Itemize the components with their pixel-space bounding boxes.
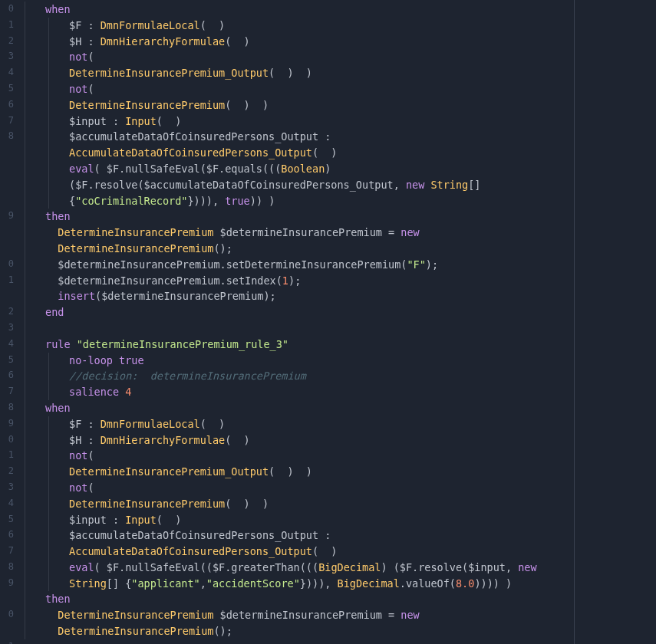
code-line[interactable]: $determineInsurancePremium.setIndex(1); [21, 273, 656, 289]
code-line[interactable]: then [21, 209, 656, 225]
line-number: 2 [0, 304, 18, 320]
line-number: 4 [0, 496, 18, 512]
code-line[interactable]: when [21, 2, 656, 18]
line-number: 2 [0, 464, 18, 480]
code-line[interactable]: $determineInsurancePremium.setDetermineI… [21, 257, 656, 273]
line-number [0, 177, 18, 193]
line-number [0, 241, 18, 257]
code-line[interactable]: $input : Input( ) [21, 113, 656, 130]
code-line[interactable]: not( [21, 81, 656, 97]
line-number: 6 [0, 97, 18, 113]
line-number: 1 [0, 448, 18, 464]
code-line[interactable]: $F : DmnFormulaeLocal( ) [21, 18, 656, 34]
line-number: 7 [0, 544, 18, 560]
code-line[interactable]: //decision: determineInsurancePremium [21, 368, 656, 384]
line-number: 3 [0, 480, 18, 496]
line-number: 9 [0, 416, 18, 432]
code-line[interactable]: {"coCriminalRecord"}))), true)) ) [21, 193, 656, 209]
line-number [0, 145, 18, 161]
line-number: 4 [0, 337, 18, 353]
code-line[interactable]: then [21, 591, 656, 607]
line-number: 2 [0, 34, 18, 50]
code-line[interactable]: AccumulateDataOfCoinsuredPersons_Output(… [21, 145, 656, 161]
code-line[interactable]: $accumulateDataOfCoinsuredPersons_Output… [21, 129, 656, 145]
code-line[interactable]: DetermineInsurancePremium( ) ) [21, 97, 656, 113]
code-line[interactable]: DetermineInsurancePremium $determineInsu… [21, 225, 656, 241]
code-editor[interactable]: 012345678901234567890123456789012 when$F… [0, 0, 656, 644]
line-number: 1 [0, 639, 18, 644]
line-number: 7 [0, 113, 18, 130]
line-number [0, 288, 18, 304]
code-line[interactable]: $F : DmnFormulaeLocal( ) [21, 416, 656, 432]
code-line[interactable]: DetermineInsurancePremium(); [21, 241, 656, 257]
line-number: 6 [0, 527, 18, 544]
code-line[interactable]: DetermineInsurancePremium_Output( ) ) [21, 65, 656, 81]
code-line[interactable]: DetermineInsurancePremium_Output( ) ) [21, 464, 656, 480]
code-line[interactable]: $accumulateDataOfCoinsuredPersons_Output… [21, 527, 656, 544]
line-number [0, 623, 18, 639]
code-line[interactable]: no-loop true [21, 353, 656, 369]
code-line[interactable]: eval( $F.nullSafeEval(($F.greaterThan(((… [21, 560, 656, 576]
line-number: 6 [0, 368, 18, 384]
code-line[interactable]: DetermineInsurancePremium(); [21, 623, 656, 639]
code-line[interactable]: String[] {"applicant","accidentScore"}))… [21, 576, 656, 592]
code-line[interactable]: when [21, 400, 656, 416]
code-line[interactable]: end [21, 304, 656, 320]
line-number: 8 [0, 560, 18, 576]
line-number [0, 193, 18, 209]
code-line[interactable]: not( [21, 480, 656, 496]
code-area[interactable]: when$F : DmnFormulaeLocal( )$H : DmnHier… [18, 0, 656, 644]
code-line[interactable]: $H : DmnHierarchyFormulae( ) [21, 34, 656, 50]
line-number-gutter: 012345678901234567890123456789012 [0, 0, 18, 644]
line-number: 8 [0, 400, 18, 416]
line-number [0, 161, 18, 177]
line-number: 0 [0, 607, 18, 623]
line-number: 7 [0, 384, 18, 400]
code-line[interactable]: AccumulateDataOfCoinsuredPersons_Output(… [21, 544, 656, 560]
code-line[interactable] [21, 320, 656, 337]
line-number [0, 225, 18, 241]
line-number: 1 [0, 273, 18, 289]
code-line[interactable]: DetermineInsurancePremium( ) ) [21, 496, 656, 512]
code-line[interactable]: $H : DmnHierarchyFormulae( ) [21, 432, 656, 449]
line-number [0, 591, 18, 607]
line-number: 3 [0, 49, 18, 65]
code-line[interactable]: eval( $F.nullSafeEval($F.equals(((Boolea… [21, 161, 656, 177]
code-line[interactable]: not( [21, 448, 656, 464]
line-number: 0 [0, 257, 18, 273]
line-number: 1 [0, 18, 18, 34]
line-number: 5 [0, 353, 18, 369]
code-line[interactable]: $input : Input( ) [21, 512, 656, 528]
code-line[interactable]: ($F.resolve($accumulateDataOfCoinsuredPe… [21, 177, 656, 193]
line-number: 5 [0, 512, 18, 528]
line-number: 8 [0, 129, 18, 145]
code-line[interactable]: DetermineInsurancePremium $determineInsu… [21, 607, 656, 623]
line-number: 0 [0, 432, 18, 449]
line-number: 9 [0, 209, 18, 225]
code-line[interactable]: not( [21, 49, 656, 65]
line-number: 9 [0, 576, 18, 592]
code-line[interactable]: salience 4 [21, 384, 656, 400]
code-line[interactable]: insert($determineInsurancePremium); [21, 288, 656, 304]
line-number: 3 [0, 320, 18, 337]
line-number: 4 [0, 65, 18, 81]
code-line[interactable]: rule "determineInsurancePremium_rule_3" [21, 337, 656, 353]
line-number: 5 [0, 81, 18, 97]
line-number: 0 [0, 2, 18, 18]
